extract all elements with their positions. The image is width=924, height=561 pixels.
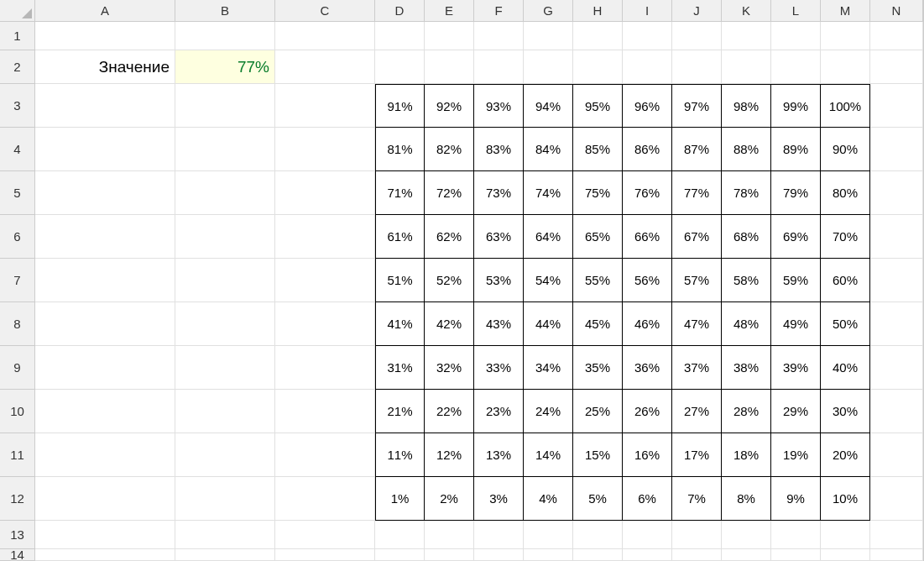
cell-H9[interactable]: 35% (573, 346, 623, 390)
cell-J10[interactable]: 27% (672, 390, 722, 433)
cell-G5[interactable]: 74% (524, 171, 573, 215)
cell-I6[interactable]: 66% (623, 215, 672, 259)
cell-A12[interactable] (35, 477, 175, 521)
cell-L8[interactable]: 49% (771, 302, 821, 346)
cell-C6[interactable] (275, 215, 375, 259)
cell-I1[interactable] (623, 22, 672, 50)
cell-J11[interactable]: 17% (672, 433, 722, 477)
cell-D4[interactable]: 81% (375, 128, 425, 171)
cell-F3[interactable]: 93% (474, 84, 524, 128)
cell-L4[interactable]: 89% (771, 128, 821, 171)
cell-L9[interactable]: 39% (771, 346, 821, 390)
cell-H11[interactable]: 15% (573, 433, 623, 477)
cell-A2[interactable]: Значение (35, 50, 175, 84)
cell-I10[interactable]: 26% (623, 390, 672, 433)
cell-A1[interactable] (35, 22, 175, 50)
cell-L5[interactable]: 79% (771, 171, 821, 215)
cell-E7[interactable]: 52% (425, 259, 474, 302)
cell-K12[interactable]: 8% (722, 477, 771, 521)
cell-D11[interactable]: 11% (375, 433, 425, 477)
cell-A14[interactable] (35, 549, 175, 561)
cell-E6[interactable]: 62% (425, 215, 474, 259)
cell-L10[interactable]: 29% (771, 390, 821, 433)
cell-G2[interactable] (524, 50, 573, 84)
cell-C9[interactable] (275, 346, 375, 390)
cell-J13[interactable] (672, 521, 722, 549)
cell-F9[interactable]: 33% (474, 346, 524, 390)
cell-H4[interactable]: 85% (573, 128, 623, 171)
cell-N12[interactable] (870, 477, 923, 521)
cell-E3[interactable]: 92% (425, 84, 474, 128)
cell-B3[interactable] (175, 84, 275, 128)
cell-B12[interactable] (175, 477, 275, 521)
cell-J8[interactable]: 47% (672, 302, 722, 346)
cell-H7[interactable]: 55% (573, 259, 623, 302)
cell-H8[interactable]: 45% (573, 302, 623, 346)
cell-A4[interactable] (35, 128, 175, 171)
cell-N3[interactable] (870, 84, 923, 128)
cell-A6[interactable] (35, 215, 175, 259)
cell-K14[interactable] (722, 549, 771, 561)
cell-G6[interactable]: 64% (524, 215, 573, 259)
cell-K10[interactable]: 28% (722, 390, 771, 433)
cell-F6[interactable]: 63% (474, 215, 524, 259)
column-header-J[interactable]: J (672, 0, 722, 22)
cell-G1[interactable] (524, 22, 573, 50)
cell-D10[interactable]: 21% (375, 390, 425, 433)
row-header-11[interactable]: 11 (0, 433, 35, 477)
cell-A13[interactable] (35, 521, 175, 549)
cell-H6[interactable]: 65% (573, 215, 623, 259)
cell-N7[interactable] (870, 259, 923, 302)
cell-J5[interactable]: 77% (672, 171, 722, 215)
cell-E11[interactable]: 12% (425, 433, 474, 477)
cell-H13[interactable] (573, 521, 623, 549)
cell-K6[interactable]: 68% (722, 215, 771, 259)
row-header-5[interactable]: 5 (0, 171, 35, 215)
cell-A8[interactable] (35, 302, 175, 346)
cell-M10[interactable]: 30% (821, 390, 870, 433)
cell-K3[interactable]: 98% (722, 84, 771, 128)
cell-M7[interactable]: 60% (821, 259, 870, 302)
cell-M12[interactable]: 10% (821, 477, 870, 521)
cell-M3[interactable]: 100% (821, 84, 870, 128)
cell-D7[interactable]: 51% (375, 259, 425, 302)
cell-B4[interactable] (175, 128, 275, 171)
cell-G9[interactable]: 34% (524, 346, 573, 390)
cell-C2[interactable] (275, 50, 375, 84)
column-header-C[interactable]: C (275, 0, 375, 22)
cell-N14[interactable] (870, 549, 923, 561)
row-header-10[interactable]: 10 (0, 390, 35, 433)
cell-C11[interactable] (275, 433, 375, 477)
cell-D2[interactable] (375, 50, 425, 84)
cell-E14[interactable] (425, 549, 474, 561)
row-header-6[interactable]: 6 (0, 215, 35, 259)
row-header-2[interactable]: 2 (0, 50, 35, 84)
cell-H10[interactable]: 25% (573, 390, 623, 433)
cell-K1[interactable] (722, 22, 771, 50)
cell-K9[interactable]: 38% (722, 346, 771, 390)
column-header-A[interactable]: A (35, 0, 175, 22)
cell-E4[interactable]: 82% (425, 128, 474, 171)
cell-B8[interactable] (175, 302, 275, 346)
cell-G4[interactable]: 84% (524, 128, 573, 171)
cell-M4[interactable]: 90% (821, 128, 870, 171)
cell-D14[interactable] (375, 549, 425, 561)
cell-K2[interactable] (722, 50, 771, 84)
cell-L11[interactable]: 19% (771, 433, 821, 477)
cell-B14[interactable] (175, 549, 275, 561)
cell-D9[interactable]: 31% (375, 346, 425, 390)
cell-M13[interactable] (821, 521, 870, 549)
cell-I11[interactable]: 16% (623, 433, 672, 477)
cell-B5[interactable] (175, 171, 275, 215)
cell-G14[interactable] (524, 549, 573, 561)
cell-M2[interactable] (821, 50, 870, 84)
cell-E1[interactable] (425, 22, 474, 50)
cell-C5[interactable] (275, 171, 375, 215)
cell-F4[interactable]: 83% (474, 128, 524, 171)
select-all-corner[interactable] (0, 0, 35, 22)
cell-I2[interactable] (623, 50, 672, 84)
cell-M1[interactable] (821, 22, 870, 50)
cell-D12[interactable]: 1% (375, 477, 425, 521)
cell-I3[interactable]: 96% (623, 84, 672, 128)
cell-B6[interactable] (175, 215, 275, 259)
